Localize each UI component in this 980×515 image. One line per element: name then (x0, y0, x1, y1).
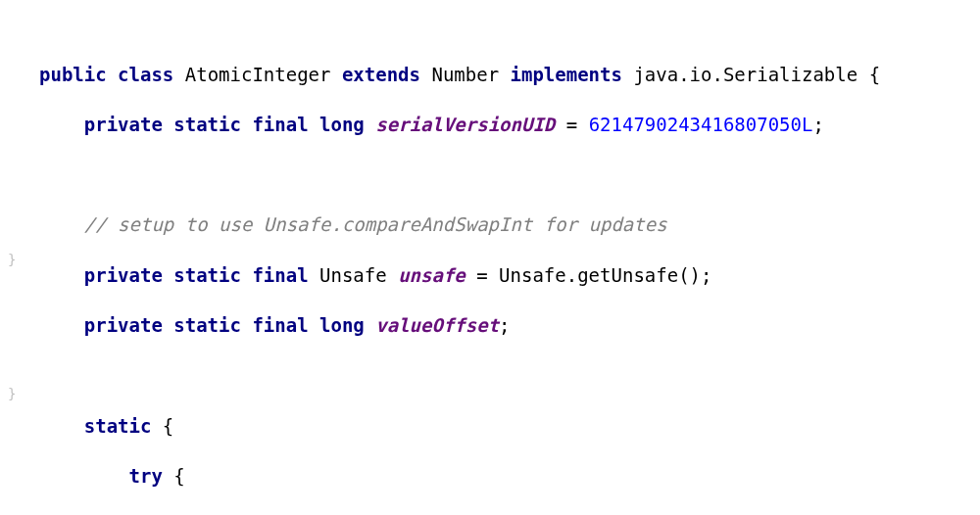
field: serialVersionUID (375, 114, 555, 135)
code-line[interactable] (39, 163, 980, 188)
code-line[interactable]: static { (39, 414, 980, 440)
expr: Unsafe.getUnsafe() (499, 264, 701, 286)
kw: extends (342, 64, 420, 85)
kw: static (84, 415, 152, 437)
semi: ; (701, 264, 711, 286)
code-line[interactable]: // setup to use Unsafe.compareAndSwapInt… (39, 212, 980, 238)
kw: static (173, 314, 241, 336)
brace: { (869, 64, 880, 85)
code-line[interactable]: public class AtomicInteger extends Numbe… (39, 63, 980, 88)
code-line[interactable]: try { (39, 464, 980, 490)
type: Unsafe (319, 264, 387, 286)
code-editor[interactable]: public class AtomicInteger extends Numbe… (0, 37, 980, 515)
kw: final (252, 264, 308, 286)
op: = (466, 264, 499, 286)
brace: { (173, 465, 184, 487)
kw: try (129, 465, 163, 487)
type: Number (431, 64, 499, 85)
semi: ; (812, 114, 823, 135)
semi: ; (499, 314, 510, 336)
code-line[interactable]: private static final long valueOffset; (39, 313, 980, 339)
class-name: AtomicInteger (185, 64, 331, 85)
kw: private (84, 314, 163, 336)
kw: implements (511, 64, 622, 85)
type: java.io.Serializable (633, 64, 858, 85)
code-line[interactable]: private static final long serialVersionU… (39, 113, 980, 138)
comment: // setup to use Unsafe.compareAndSwapInt… (84, 213, 667, 235)
kw: private (84, 114, 163, 135)
kw: final (252, 114, 308, 135)
field: valueOffset (375, 314, 499, 336)
kw: public (39, 64, 107, 85)
op: = (555, 114, 588, 135)
code-line[interactable]: private static final Unsafe unsafe = Uns… (39, 263, 980, 289)
fold-mark: } (8, 385, 16, 403)
fold-mark: } (8, 251, 16, 269)
kw: static (173, 114, 241, 135)
number: 6214790243416807050L (589, 114, 813, 135)
kw: private (84, 264, 163, 286)
field: unsafe (398, 264, 466, 286)
kw: long (319, 314, 365, 336)
kw: class (118, 64, 173, 85)
kw: long (319, 114, 365, 135)
code-line[interactable] (39, 363, 980, 389)
brace: { (163, 415, 173, 437)
kw: final (252, 314, 308, 336)
kw: static (173, 264, 241, 286)
